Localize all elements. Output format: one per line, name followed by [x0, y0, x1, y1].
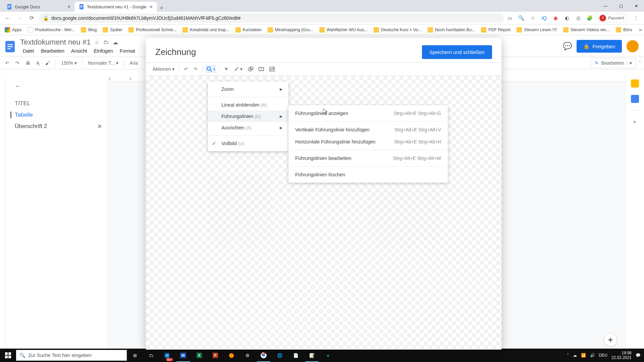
extension-icon[interactable]: IQ — [541, 15, 547, 21]
menu-bearbeiten[interactable]: Bearbeiten — [38, 47, 67, 55]
taskbar-clock[interactable]: 19:56 22.02.2021 — [611, 351, 632, 360]
menu-item-zoom[interactable]: Zoom▶ — [208, 83, 288, 95]
extension-icon[interactable]: ◉ — [552, 15, 559, 21]
bookmark-item[interactable]: Mindmapping (Gru... — [266, 26, 315, 34]
tasks-icon[interactable] — [631, 95, 639, 103]
outline-item[interactable]: Überschrift 2 ✕ — [15, 123, 102, 130]
back-button[interactable]: ← — [3, 13, 12, 23]
menu-datei[interactable]: Datei — [20, 47, 37, 55]
forward-button[interactable]: → — [15, 13, 24, 23]
start-button[interactable] — [0, 349, 16, 362]
style-select[interactable]: Normaler T... ▾ — [86, 59, 120, 67]
extension-icon[interactable]: ◐ — [564, 15, 570, 21]
collapse-toolbar-button[interactable]: ˆ — [639, 60, 641, 66]
submenu-item-show-guides[interactable]: Führungslinien anzeigen Strg+Alt+E Strg+… — [288, 107, 448, 119]
outline-close-icon[interactable]: ← — [15, 82, 21, 90]
url-field[interactable]: 🔒 docs.google.com/document/d/1hUH8k6h7Lb… — [39, 13, 504, 23]
volume-icon[interactable]: 🔊 — [590, 353, 595, 358]
bookmark-item[interactable]: Büro — [614, 26, 634, 34]
close-window-button[interactable]: ✕ — [629, 0, 644, 12]
submenu-item-edit-guides[interactable]: Führungslinien bearbeiten Strg+Alt+E Str… — [288, 152, 448, 164]
bookmark-item[interactable]: Blog — [79, 26, 99, 34]
app-icon[interactable]: 📄 — [288, 349, 304, 362]
profile-paused-chip[interactable]: T Pausiert — [598, 14, 628, 22]
browser-tab-1[interactable]: Textdokument neu #1 - Google ✕ — [75, 2, 157, 12]
select-tool-button[interactable] — [222, 65, 231, 73]
bookmark-item[interactable]: PDF Report — [479, 26, 513, 34]
docs-logo-icon[interactable] — [3, 40, 17, 53]
language-indicator[interactable]: DEU — [599, 353, 607, 358]
bookmark-item[interactable]: Deutsche Kurs + Vo... — [372, 26, 424, 34]
bookmark-item[interactable]: Professionell Schrei... — [126, 26, 178, 34]
apps-bookmark[interactable]: Apps — [3, 26, 24, 34]
minimize-button[interactable]: — — [598, 0, 613, 12]
bookmark-item[interactable]: Steuern Lesen !!!! — [515, 26, 559, 34]
menu-item-align[interactable]: Ausrichten (X) ▶ — [208, 122, 288, 133]
excel-icon[interactable]: X — [191, 349, 207, 362]
menu-format[interactable]: Format — [117, 47, 138, 55]
submenu-item-delete-guides[interactable]: Führungslinien löschen — [288, 169, 448, 181]
zoom-icon[interactable]: 🔍 — [518, 15, 525, 21]
account-avatar[interactable] — [627, 40, 639, 52]
tab-close-icon[interactable]: ✕ — [67, 4, 71, 9]
paint-format-button[interactable]: 🖌 — [43, 59, 52, 67]
mode-select[interactable]: ✎ Bearbeiten ▾ — [590, 58, 637, 68]
bookmark-item[interactable]: Später — [101, 26, 124, 34]
explore-button[interactable] — [604, 333, 617, 347]
obs-icon[interactable]: ⚙ — [239, 349, 256, 362]
menu-item-ruler[interactable]: Lineal einblenden (R) — [208, 99, 288, 111]
keep-icon[interactable] — [631, 79, 639, 87]
shape-tool-button[interactable] — [246, 65, 255, 73]
extensions-menu-icon[interactable]: 🧩 — [586, 15, 593, 21]
app-icon[interactable]: 🟠 — [223, 349, 239, 362]
image-tool-button[interactable] — [267, 65, 277, 73]
menu-item-guides[interactable]: Führungslinien (D) ▶ — [208, 111, 288, 122]
star-icon[interactable]: ☆ — [529, 15, 536, 21]
spellcheck-button[interactable]: Ą — [34, 59, 41, 67]
bookmark-item[interactable]: Kursideen — [233, 26, 264, 34]
task-view-button[interactable]: ⊞ — [127, 349, 143, 362]
document-title[interactable]: Textdokument neu #1 — [20, 38, 91, 47]
redo-button[interactable]: ↷ — [192, 65, 200, 73]
print-button[interactable]: 🖶 — [23, 59, 32, 67]
line-tool-button[interactable]: ▾ — [232, 65, 245, 73]
chrome-icon[interactable] — [256, 349, 272, 362]
word-icon[interactable]: W — [175, 349, 191, 362]
submenu-item-add-vertical[interactable]: Vertikale Führungslinie hinzufügen Strg+… — [288, 124, 448, 136]
new-tab-button[interactable]: + — [157, 5, 166, 12]
comments-icon[interactable]: 💬 — [563, 42, 572, 51]
cast-icon[interactable]: ▭ — [506, 15, 513, 21]
submenu-item-add-horizontal[interactable]: Horizontale Führungslinie hinzufügen Str… — [288, 136, 448, 148]
reload-button[interactable]: ⟳ — [27, 13, 36, 23]
menu-ansicht[interactable]: Ansicht — [68, 47, 90, 55]
notepad-icon[interactable]: 📝 — [304, 349, 320, 362]
onedrive-icon[interactable]: ☁ — [573, 353, 577, 358]
save-and-close-button[interactable]: Speichern und schließen — [422, 45, 492, 59]
outline-title[interactable]: TITEL — [15, 100, 102, 107]
bookmark-item[interactable]: Produktsuche - Mer... — [26, 26, 77, 34]
mail-icon[interactable]: ✉ 99+ — [159, 349, 175, 362]
actions-menu-button[interactable]: Aktionen ▾ — [151, 65, 176, 73]
outline-item[interactable]: Tabelle — [10, 112, 102, 118]
kebab-menu-icon[interactable]: ⋮ — [633, 15, 639, 21]
move-icon[interactable]: 🗀 — [103, 39, 109, 45]
wifi-icon[interactable]: 📶 — [581, 353, 586, 358]
bookmark-item[interactable]: Noch hochladen Bu... — [426, 26, 477, 34]
browser-tab-0[interactable]: Google Docs ✕ — [3, 2, 75, 12]
undo-button[interactable]: ↶ — [3, 59, 11, 67]
star-icon[interactable]: ☆ — [95, 39, 99, 46]
zoom-select[interactable]: 150% ▾ — [59, 59, 79, 67]
tab-close-icon[interactable]: ✕ — [149, 4, 153, 9]
notifications-icon[interactable]: 💬 — [636, 353, 641, 358]
cloud-status-icon[interactable]: ☁ — [113, 39, 118, 46]
menu-einfuegen[interactable]: Einfügen — [91, 47, 116, 55]
menu-item-fullscreen[interactable]: ✓ Vollbild (U) — [208, 138, 288, 149]
remove-outline-icon[interactable]: ✕ — [97, 123, 102, 130]
edge-icon[interactable]: 🌐 — [272, 349, 288, 362]
extension-icon[interactable]: ◎ — [575, 15, 582, 21]
bookmark-item[interactable]: Steuern Videos wic... — [561, 26, 612, 34]
bookmark-item[interactable]: Wahlfächer WU Aus... — [317, 26, 370, 34]
textbox-tool-button[interactable]: T — [257, 65, 266, 73]
taskbar-search[interactable]: 🔍 Zur Suche Text hier eingeben — [16, 350, 127, 361]
bookmarks-overflow[interactable]: » — [636, 27, 644, 33]
